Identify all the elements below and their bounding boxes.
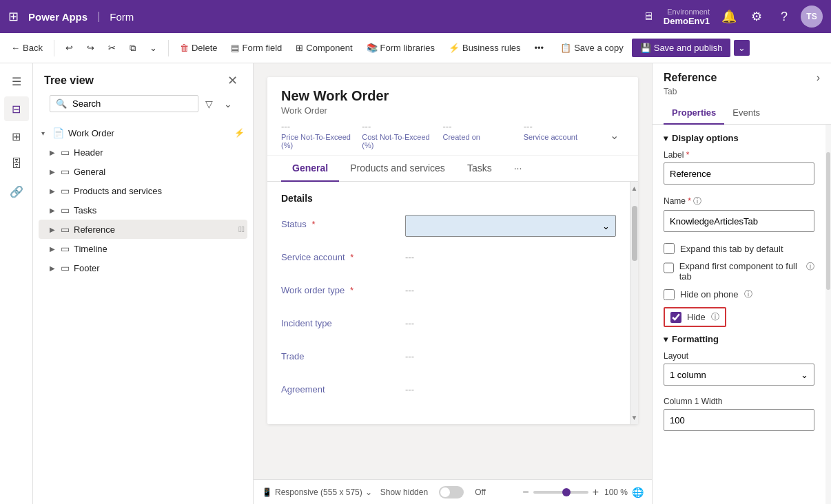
display-options-header[interactable]: ▾ Display options (664, 133, 814, 143)
zoom-minus-button[interactable]: − (522, 486, 529, 498)
back-button[interactable]: ← Back (6, 40, 48, 56)
sidebar-icon-layers[interactable]: ⊟ (4, 96, 29, 121)
right-tab-properties[interactable]: Properties (664, 102, 724, 125)
filter-button[interactable]: ▽ (201, 96, 217, 112)
footer-icon: ▭ (61, 262, 70, 273)
save-publish-button[interactable]: 💾 Save and publish (632, 39, 731, 57)
formatting-header[interactable]: ▾ Formatting (664, 334, 814, 344)
name-field-group: Name * ⓘ (664, 196, 814, 232)
tab-more[interactable]: ··· (503, 156, 533, 182)
redo-button[interactable]: ↪ (81, 40, 100, 56)
avatar[interactable]: TS (801, 6, 823, 28)
waffle-icon[interactable]: ⊞ (8, 9, 19, 24)
name-field-input[interactable] (664, 210, 814, 232)
business-rules-button[interactable]: ⚡ Business rules (443, 40, 526, 56)
form-content-wrapper: Details Status * ⌄ (267, 182, 638, 424)
header-field-0: --- Price Not-To-Exceed (%) (281, 121, 362, 149)
overflow-button[interactable]: ••• (529, 40, 550, 56)
expand-component-label: Expand first component to full tab (679, 261, 801, 282)
tab-tasks[interactable]: Tasks (456, 156, 503, 182)
form-field-button[interactable]: ▤ Form field (225, 40, 287, 56)
expand-component-info-icon[interactable]: ⓘ (806, 261, 814, 273)
tab-products[interactable]: Products and services (339, 156, 456, 182)
section-title: Details (281, 193, 616, 204)
trade-value: --- (405, 347, 616, 361)
label-field-input[interactable] (664, 162, 814, 185)
form-libraries-button[interactable]: 📚 Form libraries (361, 40, 440, 56)
sidebar-icon-components[interactable]: ⊞ (4, 124, 29, 149)
responsive-button[interactable]: 📱 Responsive (555 x 575) ⌄ (262, 487, 372, 497)
formatting-section: ▾ Formatting Layout 1 column ⌄ Column 1 … (664, 334, 814, 431)
search-input[interactable] (72, 98, 192, 109)
tree-item-timeline[interactable]: ▶ ▭ Timeline (39, 239, 247, 258)
header-field-3: --- Service account (524, 121, 604, 149)
status-dropdown[interactable]: ⌄ (405, 215, 616, 237)
expand-icon-products: ▶ (50, 187, 61, 195)
delete-button[interactable]: 🗑 Delete (174, 40, 223, 56)
workorder-label: Work Order (68, 128, 234, 138)
copy-button[interactable]: ⧉ (124, 40, 141, 56)
save-copy-button[interactable]: 📋 Save a copy (555, 40, 629, 56)
expand-icon-timeline: ▶ (50, 245, 61, 253)
hide-on-phone-checkbox[interactable] (664, 289, 675, 300)
hide-on-phone-label: Hide on phone (680, 289, 739, 300)
form-row-status: Status * ⌄ (281, 215, 616, 237)
scroll-down-arrow[interactable]: ▼ (631, 414, 638, 421)
status-value[interactable]: ⌄ (405, 215, 616, 237)
hide-checkbox[interactable] (670, 312, 681, 323)
header-chevron[interactable]: ⌄ (604, 121, 624, 149)
cut-button[interactable]: ✂ (103, 40, 121, 56)
field-label-1: Cost Not-To-Exceed (%) (362, 133, 442, 149)
canvas-scrollbar[interactable]: ▲ ▼ (630, 182, 638, 424)
right-tab-events[interactable]: Events (724, 102, 768, 125)
settings-icon[interactable]: ⚙ (746, 6, 768, 28)
toggle-off-label: Off (475, 487, 486, 497)
help-icon[interactable]: ? (773, 6, 795, 28)
expand-component-checkbox[interactable] (664, 262, 674, 273)
globe-icon[interactable]: 🌐 (632, 487, 644, 498)
layout-dropdown[interactable]: 1 column ⌄ (664, 364, 814, 386)
tree-item-general[interactable]: ▶ ▭ General (39, 162, 247, 181)
component-button[interactable]: ⊞ Component (290, 40, 358, 56)
tree-item-products[interactable]: ▶ ▭ Products and services (39, 181, 247, 200)
sidebar-icon-connections[interactable]: 🔗 (4, 179, 29, 204)
timeline-label: Timeline (74, 244, 245, 254)
display-options-title: Display options (672, 133, 739, 143)
right-panel-expand[interactable]: › (817, 72, 820, 84)
zoom-slider[interactable] (533, 491, 588, 494)
sidebar-icon-menu[interactable]: ☰ (4, 69, 29, 94)
tree-item-header[interactable]: ▶ ▭ Header (39, 143, 247, 162)
hide-phone-info-icon[interactable]: ⓘ (744, 288, 752, 300)
filter-expand-button[interactable]: ⌄ (220, 96, 236, 112)
expand-tab-checkbox[interactable] (664, 243, 675, 254)
layout-field-group: Layout 1 column ⌄ (664, 351, 814, 386)
tab-general[interactable]: General (281, 156, 339, 182)
tree-item-workorder[interactable]: ▾ 📄 Work Order ⚡ (39, 123, 247, 143)
col1-width-input[interactable] (664, 409, 814, 431)
hide-info-icon[interactable]: ⓘ (711, 311, 719, 323)
zoom-percentage: 100 % (603, 487, 628, 497)
scroll-up-arrow[interactable]: ▲ (631, 185, 638, 192)
tree-close-button[interactable]: ✕ (223, 72, 242, 90)
copy-icon: ⧉ (130, 43, 136, 54)
undo-button[interactable]: ↩ (60, 40, 79, 56)
notification-icon[interactable]: 🔔 (718, 6, 740, 28)
form-field-icon: ▤ (231, 43, 239, 53)
form-row-workordertype: Work order type * --- (281, 281, 616, 303)
more-button[interactable]: ⌄ (144, 40, 163, 56)
workorder-action-icon[interactable]: ⚡ (234, 128, 245, 138)
tree-item-footer[interactable]: ▶ ▭ Footer (39, 258, 247, 277)
sidebar-icon-data[interactable]: 🗄 (4, 151, 29, 176)
form-header: New Work Order Work Order (267, 77, 638, 116)
col1-width-label: Column 1 Width (664, 397, 814, 406)
save-publish-dropdown[interactable]: ⌄ (734, 40, 750, 56)
zoom-plus-button[interactable]: + (593, 486, 599, 498)
show-hidden-toggle[interactable] (439, 486, 464, 498)
reference-label: Reference (74, 224, 236, 235)
tree-item-tasks[interactable]: ▶ ▭ Tasks (39, 200, 247, 220)
tree-item-reference[interactable]: ▶ ▭ Reference 👁̶ (39, 220, 247, 239)
reference-icon: ▭ (61, 224, 70, 235)
name-info-icon[interactable]: ⓘ (693, 196, 701, 206)
general-icon: ▭ (61, 166, 70, 177)
right-panel-scrollbar[interactable] (825, 125, 831, 504)
